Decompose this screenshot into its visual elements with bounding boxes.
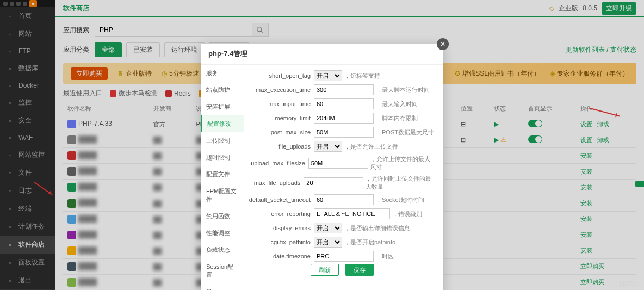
field-label: file_uploads (249, 143, 314, 150)
save-button[interactable]: 保存 (345, 264, 374, 276)
field-select[interactable]: 开启 (314, 237, 342, 248)
field-label: error_reporting (249, 211, 314, 217)
field-desc: ，时区 (376, 252, 394, 261)
php-manage-modal: ✕ php-7.4管理 服务站点防护安装扩展配置修改上传限制超时限制配置文件FP… (201, 44, 443, 290)
field-desc: ，允许同时上传文件的最大数量 (366, 175, 436, 191)
config-field: cgi.fix_pathinfo开启，是否开启pathinfo (249, 237, 436, 248)
watermark: 51CTO... (619, 281, 641, 287)
config-field: max_execution_time，最大脚本运行时间 (249, 84, 436, 95)
field-input[interactable] (314, 127, 374, 138)
modal-title: php-7.4管理 (201, 44, 443, 65)
modal-mask: ✕ php-7.4管理 服务站点防护安装扩展配置修改上传限制超时限制配置文件FP… (0, 0, 644, 290)
field-desc: ，Socket超时时间 (376, 196, 424, 204)
modal-nav-item[interactable]: 日志 (201, 283, 244, 290)
modal-nav: 服务站点防护安装扩展配置修改上传限制超时限制配置文件FPM配置文件禁用函数性能调… (201, 65, 244, 290)
field-input[interactable] (304, 177, 363, 188)
modal-nav-item[interactable]: 负载状态 (201, 242, 244, 258)
field-label: max_file_uploads (249, 180, 304, 186)
field-desc: ，是否允许上传文件 (344, 143, 398, 151)
modal-nav-item[interactable]: Session配置 (201, 258, 244, 283)
field-desc: ，短标签支持 (344, 72, 380, 80)
field-label: max_input_time (249, 101, 314, 107)
modal-nav-item[interactable]: 禁用函数 (201, 208, 244, 225)
field-select[interactable]: 开启 (314, 141, 342, 152)
field-select[interactable]: 开启 (314, 223, 342, 233)
config-form: short_open_tag开启，短标签支持max_execution_time… (244, 65, 443, 290)
config-field: memory_limit，脚本内存限制 (249, 113, 436, 124)
modal-nav-item[interactable]: 站点防护 (201, 82, 244, 98)
config-field: default_socket_timeout，Socket超时时间 (249, 194, 436, 205)
config-field: short_open_tag开启，短标签支持 (249, 70, 436, 81)
field-label: post_max_size (249, 129, 314, 135)
config-field: error_reporting，错误级别 (249, 208, 436, 219)
field-label: upload_max_filesize (249, 160, 308, 166)
config-field: post_max_size，POST数据最大尺寸 (249, 127, 436, 138)
field-label: date.timezone (249, 253, 314, 260)
modal-nav-item[interactable]: 上传限制 (201, 132, 244, 149)
field-desc: ，最大输入时间 (376, 100, 418, 108)
field-desc: ，是否输出详细错误信息 (344, 224, 410, 232)
field-input[interactable] (314, 113, 374, 124)
field-input[interactable] (314, 98, 374, 109)
config-field: date.timezone，时区 (249, 251, 436, 262)
modal-nav-item[interactable]: 配置文件 (201, 166, 244, 183)
field-desc: ，POST数据最大尺寸 (376, 128, 434, 137)
field-input[interactable] (314, 208, 390, 219)
modal-nav-item[interactable]: 超时限制 (201, 149, 244, 166)
config-field: display_errors开启，是否输出详细错误信息 (249, 223, 436, 233)
config-field: max_input_time，最大输入时间 (249, 98, 436, 109)
field-select[interactable]: 开启 (314, 70, 342, 81)
field-input[interactable] (314, 84, 374, 95)
field-desc: ，是否开启pathinfo (344, 238, 395, 246)
close-button[interactable]: ✕ (437, 38, 449, 50)
refresh-button[interactable]: 刷新 (311, 264, 339, 276)
field-label: max_execution_time (249, 87, 314, 93)
modal-nav-item[interactable]: 安装扩展 (201, 98, 244, 115)
field-input[interactable] (314, 251, 374, 262)
modal-nav-item[interactable]: 配置修改 (201, 115, 244, 132)
field-label: default_socket_timeout (249, 196, 314, 203)
config-field: max_file_uploads，允许同时上传文件的最大数量 (249, 175, 436, 191)
close-icon: ✕ (440, 40, 445, 48)
modal-nav-item[interactable]: 性能调整 (201, 225, 244, 242)
field-desc: ，最大脚本运行时间 (376, 86, 430, 94)
field-input[interactable] (314, 194, 374, 205)
field-input[interactable] (308, 158, 368, 169)
field-label: display_errors (249, 225, 314, 231)
field-label: memory_limit (249, 115, 314, 121)
field-label: cgi.fix_pathinfo (249, 239, 314, 245)
config-field: upload_max_filesize，允许上传文件的最大尺寸 (249, 155, 436, 171)
modal-nav-item[interactable]: FPM配置文件 (201, 183, 244, 208)
field-desc: ，脚本内存限制 (376, 114, 418, 122)
config-field: file_uploads开启，是否允许上传文件 (249, 141, 436, 152)
field-label: short_open_tag (249, 72, 314, 79)
field-desc: ，错误级别 (392, 210, 422, 218)
modal-nav-item[interactable]: 服务 (201, 65, 244, 82)
field-desc: ，允许上传文件的最大尺寸 (370, 155, 436, 171)
